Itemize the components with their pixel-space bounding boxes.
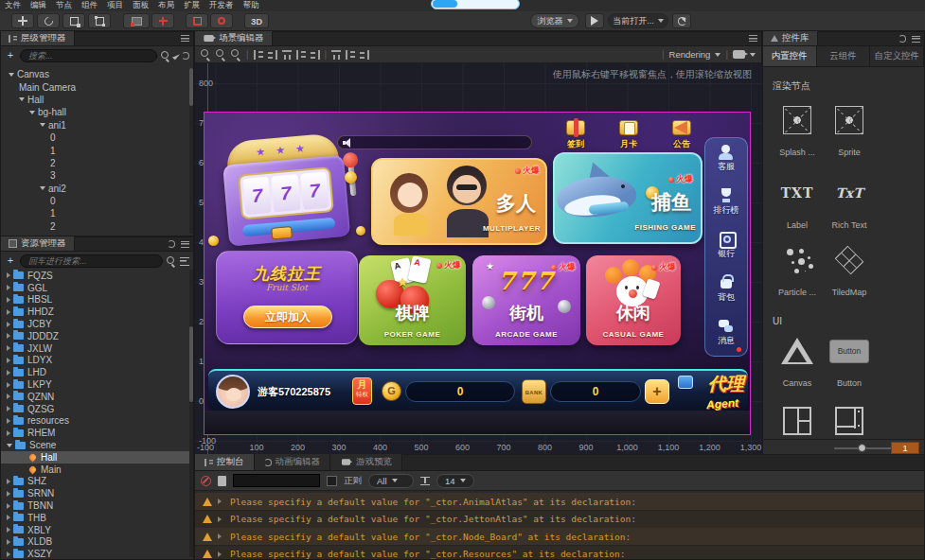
- log-file-icon[interactable]: [218, 476, 226, 486]
- distribute-c-icon[interactable]: [360, 50, 369, 60]
- panel-menu-icon[interactable]: [181, 241, 189, 248]
- tab-console[interactable]: 控制台: [195, 454, 255, 470]
- sort-icon[interactable]: [180, 257, 189, 266]
- asset-item[interactable]: LDYX: [1, 355, 189, 367]
- rendering-dropdown-label[interactable]: Rendering: [669, 49, 711, 60]
- expand-arrow[interactable]: [9, 73, 14, 77]
- hierarchy-node[interactable]: ani2: [1, 183, 189, 195]
- library-item-scrollview[interactable]: [816, 407, 882, 435]
- hierarchy-node[interactable]: ani1: [1, 119, 189, 131]
- log-level-select[interactable]: All: [368, 474, 414, 488]
- asset-item[interactable]: LHD: [1, 366, 189, 378]
- asset-item[interactable]: LKPY: [1, 378, 189, 391]
- search-icon[interactable]: [167, 256, 176, 266]
- scrollbar-thumb[interactable]: [189, 68, 193, 106]
- expand-arrow[interactable]: [7, 444, 12, 447]
- anchor-mode-button[interactable]: [151, 13, 174, 28]
- add-node-button[interactable]: +: [5, 50, 16, 61]
- card-slot-game[interactable]: 九线拉王 Fruit Slot 立即加入: [216, 251, 358, 344]
- asset-item[interactable]: resources: [1, 415, 189, 428]
- asset-item[interactable]: Main: [1, 464, 189, 476]
- menu-item[interactable]: 开发者: [205, 0, 239, 11]
- asset-item[interactable]: QZSG: [1, 403, 189, 415]
- expand-arrow[interactable]: [7, 418, 10, 424]
- tab-cloud-components[interactable]: 云组件: [817, 46, 871, 66]
- menu-item[interactable]: 节点: [51, 0, 77, 11]
- expand-arrow[interactable]: [7, 345, 10, 351]
- console-warning-row[interactable]: Please specifiy a default value for "_ct…: [195, 511, 924, 528]
- expand-arrow[interactable]: [19, 97, 25, 101]
- hierarchy-node[interactable]: 2: [1, 157, 189, 169]
- browser-select[interactable]: 浏览器: [530, 13, 579, 28]
- distribute-h-icon[interactable]: [331, 50, 341, 60]
- asset-item[interactable]: XBLY: [1, 524, 189, 536]
- menu-item[interactable]: 面板: [128, 0, 153, 11]
- console-warning-row[interactable]: Please specifiy a default value for "_ct…: [195, 528, 924, 545]
- asset-item[interactable]: XSZY: [1, 548, 189, 558]
- hierarchy-node[interactable]: 2: [1, 220, 189, 233]
- scrollbar-thumb[interactable]: [189, 326, 193, 402]
- tab-game-preview[interactable]: 游戏预览: [330, 454, 402, 470]
- expand-arrow[interactable]: [218, 551, 222, 557]
- scale-tool-button[interactable]: [62, 13, 85, 28]
- chevron-down-icon[interactable]: [750, 53, 756, 57]
- asset-item[interactable]: XLDB: [1, 536, 189, 549]
- expand-arrow[interactable]: [7, 527, 10, 533]
- panel-menu-icon[interactable]: [912, 36, 920, 43]
- local-coord-button[interactable]: [186, 13, 208, 28]
- menu-item[interactable]: 文件: [0, 0, 26, 11]
- tab-scene[interactable]: 场景编辑器: [195, 31, 273, 45]
- search-icon[interactable]: [161, 51, 170, 61]
- menu-item[interactable]: 布局: [153, 0, 179, 11]
- add-asset-button[interactable]: +: [5, 255, 16, 267]
- agent-badge[interactable]: 代理 Agent: [676, 372, 748, 411]
- sidebar-rank[interactable]: 排行榜: [705, 182, 747, 225]
- console-warning-row[interactable]: Please specifiy a default value for "_ct…: [195, 493, 924, 510]
- asset-item[interactable]: JDDDZ: [1, 330, 189, 342]
- tab-assets[interactable]: 资源管理器: [1, 236, 75, 251]
- align-h-center-icon[interactable]: [268, 50, 277, 60]
- chevron-down-icon[interactable]: [715, 53, 720, 57]
- locate-icon[interactable]: [172, 52, 180, 61]
- refresh-icon[interactable]: [168, 240, 175, 248]
- sidebar-bag[interactable]: 背包: [705, 269, 747, 312]
- zoom-reset-icon[interactable]: [231, 49, 241, 60]
- align-bottom-icon[interactable]: [296, 50, 306, 60]
- expand-arrow[interactable]: [7, 503, 10, 509]
- card-arcade[interactable]: 777 ★ 街机 ARCADE GAME 火爆: [472, 255, 580, 345]
- expand-arrow[interactable]: [7, 491, 10, 497]
- expand-arrow[interactable]: [7, 285, 10, 290]
- scene-viewport[interactable]: 使用鼠标右键平移视窗焦点，使用滚轮缩放视图 800700600500400300…: [195, 63, 763, 455]
- assets-scrollbar[interactable]: [189, 270, 193, 557]
- expand-arrow[interactable]: [7, 382, 10, 388]
- expand-arrow[interactable]: [7, 430, 10, 436]
- badge-2[interactable]: 公告: [663, 118, 701, 150]
- expand-arrow[interactable]: [7, 297, 10, 303]
- regex-checkbox[interactable]: [327, 476, 337, 486]
- sidebar-bank[interactable]: 银行: [705, 225, 747, 269]
- menu-item[interactable]: 项目: [102, 0, 128, 11]
- move-tool-button[interactable]: [11, 13, 34, 28]
- camera-icon[interactable]: [733, 50, 745, 59]
- refresh-icon[interactable]: [182, 52, 189, 60]
- browser-toggle-pill[interactable]: [431, 0, 520, 9]
- asset-item[interactable]: JXLW: [1, 342, 189, 355]
- expand-arrow[interactable]: [7, 406, 10, 411]
- library-item-TiledMap[interactable]: TiledMap: [816, 246, 882, 297]
- assets-search-input[interactable]: [20, 254, 163, 268]
- expand-arrow[interactable]: [7, 551, 10, 557]
- card-poker[interactable]: A A ★ 棋牌 POKER GAME 火爆: [359, 255, 466, 345]
- expand-arrow[interactable]: [7, 394, 10, 399]
- expand-arrow[interactable]: [7, 322, 10, 327]
- card-multiplayer[interactable]: 多人 MULTIPLAYER 火爆: [371, 158, 547, 245]
- sidebar-message[interactable]: 消息: [705, 312, 747, 356]
- menu-item[interactable]: 编辑: [26, 0, 51, 11]
- refresh-icon[interactable]: [898, 35, 906, 43]
- hierarchy-node[interactable]: 0: [1, 195, 189, 207]
- badge-0[interactable]: 签到: [557, 118, 595, 150]
- library-item-Button[interactable]: ButtonButton: [816, 337, 882, 388]
- tab-custom-controls[interactable]: 自定义控件: [870, 46, 924, 66]
- hierarchy-node[interactable]: 3: [1, 169, 189, 182]
- hierarchy-node[interactable]: 1: [1, 207, 189, 219]
- 3d-mode-button[interactable]: 3D: [244, 13, 269, 28]
